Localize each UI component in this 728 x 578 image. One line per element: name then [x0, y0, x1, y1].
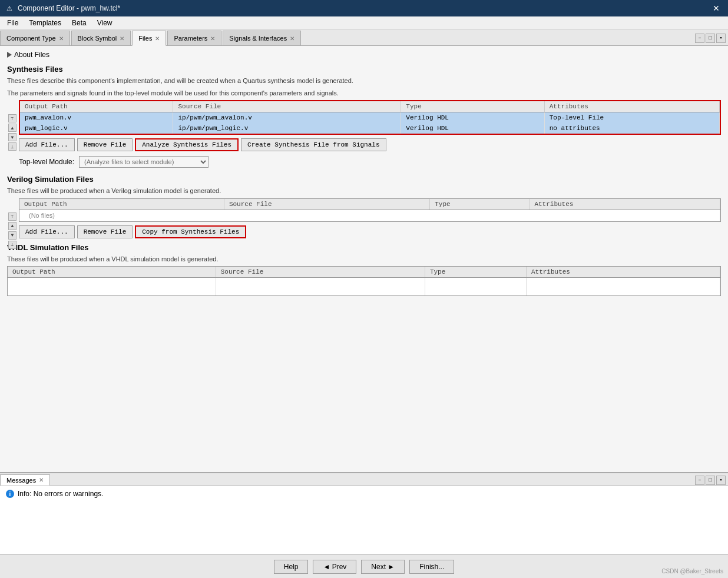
messages-maximize[interactable]: ▪ [716, 476, 726, 485]
vhdl-sim-title: VHDL Simulation Files [7, 243, 721, 252]
menu-view[interactable]: View [92, 18, 117, 28]
help-button[interactable]: Help [274, 560, 309, 574]
finish-button[interactable]: Finish... [409, 560, 454, 574]
vhdl-col-attr: Attributes [526, 267, 720, 278]
verilog-sim-table: Output Path Source File Type Attributes … [19, 199, 720, 221]
menu-beta[interactable]: Beta [67, 18, 91, 28]
table-row[interactable]: pwm_avalon.v ip/pwm/pwm_avalon.v Verilog… [20, 112, 720, 124]
verilog-sim-table-outer: ⊤ ▲ ▼ ⊥ Output Path Source File Type [7, 198, 721, 222]
cell-attributes: Top-level File [544, 112, 719, 124]
no-files-label: (No files) [24, 208, 59, 222]
col-source-file: Source File [173, 101, 401, 112]
vsim-col-source: Source File [224, 199, 429, 210]
vsim-add-file-btn[interactable]: Add File... [19, 225, 75, 238]
table-row [8, 278, 720, 295]
close-button[interactable]: ✕ [709, 2, 723, 14]
messages-panel: Messages ✕ – □ ▪ i Info: No errors or wa… [0, 472, 728, 554]
tab-bar: Component Type ✕ Block Symbol ✕ Files ✕ … [0, 29, 728, 46]
vhdl-sim-table-container: Output Path Source File Type Attributes [7, 266, 721, 296]
vhdl-sim-desc: These files will be produced when a VHDL… [7, 254, 721, 264]
prev-button[interactable]: ◄ Prev [313, 560, 356, 574]
vhdl-sim-table: Output Path Source File Type Attributes [8, 267, 720, 295]
synthesis-section: Synthesis Files These files describe thi… [7, 65, 721, 168]
verilog-sim-row-controls: ⊤ ▲ ▼ ⊥ [8, 212, 16, 249]
vhdl-col-type: Type [425, 267, 526, 278]
copy-from-synthesis-btn[interactable]: Copy from Synthesis Files [135, 225, 246, 238]
messages-restore[interactable]: □ [706, 476, 715, 485]
bottom-bar: Help ◄ Prev Next ► Finish... [0, 554, 728, 578]
maximize-btn[interactable]: ▪ [716, 34, 726, 43]
tab-block-symbol[interactable]: Block Symbol ✕ [71, 31, 131, 45]
about-files-label: About Files [14, 51, 49, 59]
tab-signals-interfaces[interactable]: Signals & Interfaces ✕ [223, 31, 301, 45]
create-synthesis-btn[interactable]: Create Synthesis File from Signals [241, 138, 386, 151]
vsim-remove-file-btn[interactable]: Remove File [77, 225, 133, 238]
messages-tab-close[interactable]: ✕ [39, 477, 44, 483]
restore-btn[interactable]: □ [706, 34, 715, 43]
tab-close-parameters[interactable]: ✕ [210, 35, 215, 42]
vsim-move-up[interactable]: ▲ [8, 222, 16, 230]
info-icon: i [6, 490, 14, 498]
table-row[interactable]: pwm_logic.v ip/pwm/pwm_logic.v Verilog H… [20, 123, 720, 134]
cell-source-file: ip/pwm/pwm_avalon.v [173, 112, 401, 124]
info-message: i Info: No errors or warnings. [6, 490, 722, 498]
verilog-sim-title: Verilog Simulation Files [7, 175, 721, 184]
synthesis-move-bottom[interactable]: ⊥ [8, 142, 16, 151]
menu-file[interactable]: File [2, 18, 23, 28]
vhdl-sim-section: VHDL Simulation Files These files will b… [7, 243, 721, 296]
messages-content: i Info: No errors or warnings. [0, 486, 728, 554]
window-title: Component Editor - pwm_hw.tcl* [18, 4, 120, 12]
tab-files[interactable]: Files ✕ [132, 31, 166, 46]
synthesis-table: Output Path Source File Type Attributes … [20, 101, 720, 134]
synthesis-buttons: Add File... Remove File Analyze Synthesi… [19, 138, 721, 151]
verilog-sim-desc: These files will be produced when a Veri… [7, 186, 721, 196]
table-row: (No files) [19, 210, 720, 221]
vhdl-sim-table-outer: Output Path Source File Type Attributes [7, 266, 721, 296]
top-level-label: Top-level Module: [19, 158, 74, 166]
top-level-select[interactable]: (Analyze files to select module) [79, 156, 209, 168]
vsim-col-type: Type [430, 199, 530, 210]
col-type: Type [401, 101, 544, 112]
vsim-col-attr: Attributes [530, 199, 720, 210]
synthesis-move-up[interactable]: ▲ [8, 124, 16, 132]
analyze-synthesis-btn[interactable]: Analyze Synthesis Files [135, 138, 239, 151]
tab-close-files[interactable]: ✕ [155, 35, 160, 42]
tab-close-block-symbol[interactable]: ✕ [120, 35, 124, 42]
synthesis-desc1: These files describe this component's im… [7, 76, 721, 86]
expand-icon [7, 52, 12, 58]
tab-component-type[interactable]: Component Type ✕ [0, 31, 70, 45]
remove-file-btn[interactable]: Remove File [77, 138, 133, 151]
verilog-sim-section: Verilog Simulation Files These files wil… [7, 175, 721, 238]
messages-tab-controls: – □ ▪ [695, 474, 728, 486]
synthesis-file-table-outer: ⊤ ▲ ▼ ⊥ Output Path Source File Type [7, 100, 721, 135]
tab-messages[interactable]: Messages ✕ [0, 474, 50, 486]
menu-bar: File Templates Beta View [0, 16, 728, 29]
tab-parameters[interactable]: Parameters ✕ [167, 31, 221, 45]
synthesis-desc2: The parameters and signals found in the … [7, 88, 721, 98]
info-text: Info: No errors or warnings. [18, 490, 103, 498]
next-button[interactable]: Next ► [361, 560, 405, 574]
cell-source-file: ip/pwm/pwm_logic.v [173, 123, 401, 134]
vsim-move-down[interactable]: ▼ [8, 231, 16, 240]
add-file-btn[interactable]: Add File... [19, 138, 75, 151]
synthesis-row-controls: ⊤ ▲ ▼ ⊥ [8, 114, 16, 151]
menu-templates[interactable]: Templates [24, 18, 66, 28]
tab-close-component-type[interactable]: ✕ [59, 35, 64, 42]
title-bar: ⚠ Component Editor - pwm_hw.tcl* ✕ [0, 0, 728, 16]
vsim-move-top[interactable]: ⊤ [8, 212, 16, 221]
synthesis-move-down[interactable]: ▼ [8, 133, 16, 141]
about-files[interactable]: About Files [7, 51, 721, 59]
verilog-sim-table-container: Output Path Source File Type Attributes … [19, 198, 721, 222]
minimize-btn[interactable]: – [695, 34, 704, 43]
cell-attributes: no attributes [544, 123, 719, 134]
synthesis-move-top[interactable]: ⊤ [8, 114, 16, 122]
main-area: About Files Synthesis Files These files … [0, 46, 728, 554]
cell-output-path: pwm_avalon.v [20, 112, 173, 124]
messages-tab-bar: Messages ✕ – □ ▪ [0, 473, 728, 486]
cell-type: Verilog HDL [401, 112, 544, 124]
top-level-module-row: Top-level Module: (Analyze files to sele… [19, 156, 721, 168]
messages-tab-label: Messages [6, 477, 36, 484]
messages-minimize[interactable]: – [695, 476, 704, 485]
tab-close-signals[interactable]: ✕ [290, 35, 294, 42]
vsim-move-bottom[interactable]: ⊥ [8, 241, 16, 249]
